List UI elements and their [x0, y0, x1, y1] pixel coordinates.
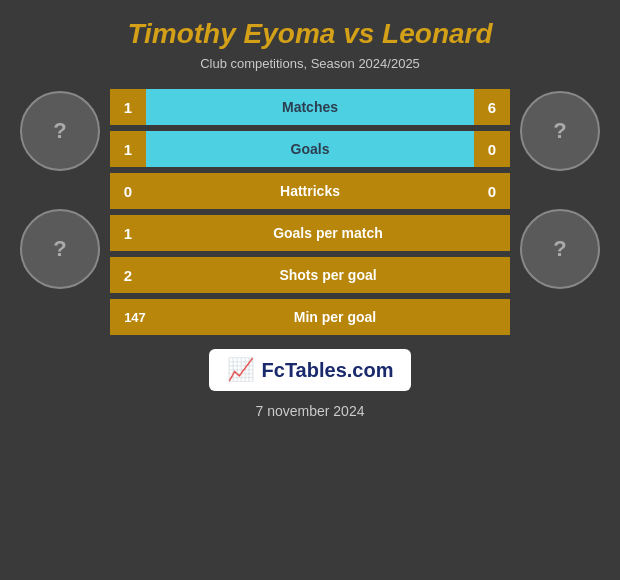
goals-label: Goals: [146, 131, 474, 167]
shots-per-goal-row: 2 Shots per goal: [110, 257, 510, 293]
player1-avatar-2: ?: [20, 209, 100, 289]
matches-row: 1 Matches 6: [110, 89, 510, 125]
main-content: ? ? 1 Matches 6 1 Goals 0: [0, 89, 620, 335]
stats-column: 1 Matches 6 1 Goals 0 0 Hattricks 0: [110, 89, 510, 335]
min-per-goal-row: 147 Min per goal: [110, 299, 510, 335]
mpg-left-val: 147: [110, 299, 160, 335]
player2-avatar: ?: [520, 91, 600, 171]
date-display: 7 november 2024: [256, 403, 365, 419]
matches-bar: Matches: [146, 89, 474, 125]
hattricks-left-val: 0: [110, 173, 146, 209]
goals-per-match-row: 1 Goals per match: [110, 215, 510, 251]
goals-right-val: 0: [474, 131, 510, 167]
matches-left-val: 1: [110, 89, 146, 125]
goals-bar: Goals: [146, 131, 474, 167]
gpm-label: Goals per match: [146, 215, 510, 251]
logo-icon: 📈: [227, 357, 254, 383]
hattricks-right-val: 0: [474, 173, 510, 209]
spg-label: Shots per goal: [146, 257, 510, 293]
gpm-left-val: 1: [110, 215, 146, 251]
mpg-label: Min per goal: [160, 299, 510, 335]
goals-row: 1 Goals 0: [110, 131, 510, 167]
right-player-column: ? ?: [510, 89, 610, 289]
fctables-logo: 📈 FcTables.com: [209, 349, 412, 391]
goals-left-val: 1: [110, 131, 146, 167]
player1-avatar: ?: [20, 91, 100, 171]
hattricks-row: 0 Hattricks 0: [110, 173, 510, 209]
matches-right-val: 6: [474, 89, 510, 125]
spg-left-val: 2: [110, 257, 146, 293]
logo-text: FcTables.com: [262, 359, 394, 382]
player2-avatar-2: ?: [520, 209, 600, 289]
subtitle: Club competitions, Season 2024/2025: [200, 56, 420, 71]
hattricks-label: Hattricks: [146, 173, 474, 209]
matches-label: Matches: [146, 89, 474, 125]
left-player-column: ? ?: [10, 89, 110, 289]
title: Timothy Eyoma vs Leonard: [127, 18, 492, 50]
